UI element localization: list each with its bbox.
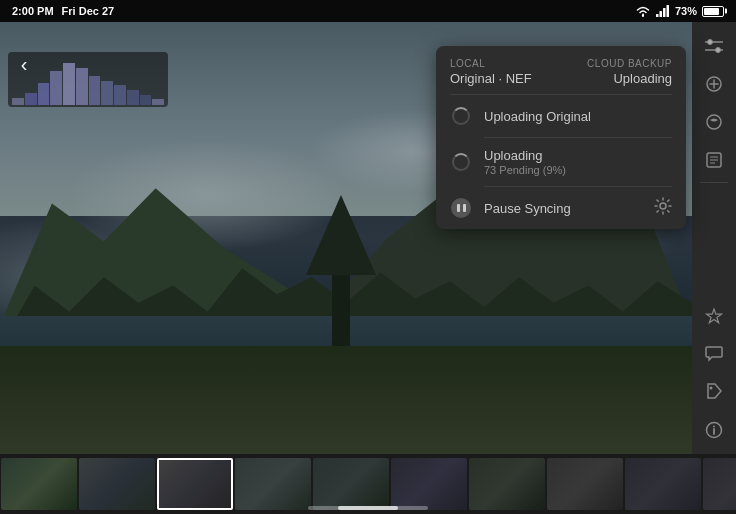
battery-icon [702,6,724,17]
filmstrip-thumb-1[interactable] [1,458,77,510]
hist-bar [152,99,164,105]
time-display: 2:00 PM [12,5,54,17]
hist-bar [127,90,139,105]
backup-status: Uploading [587,71,672,86]
hist-bar [101,81,113,106]
sliders-icon [705,39,723,53]
sidebar-comment-btn[interactable] [696,336,732,372]
uploading-item[interactable]: Uploading 73 Pending (9%) [436,138,686,186]
hist-bar [50,71,62,105]
upload-original-item[interactable]: Uploading Original [436,95,686,137]
hist-bar [63,63,75,105]
filmstrip-thumb-6[interactable] [391,458,467,510]
hist-bar [140,95,152,105]
spinner-icon-2 [450,151,472,173]
sidebar-healing-btn[interactable] [696,66,732,102]
hist-bar [76,68,88,105]
wifi-icon [635,5,651,17]
foreground [0,346,692,454]
svg-point-14 [716,48,721,53]
filmstrip-thumb-4[interactable] [235,458,311,510]
upload-original-title: Uploading Original [484,109,672,124]
sidebar-detail-btn[interactable] [696,142,732,178]
sidebar-divider [700,182,728,183]
pause-syncing-item[interactable]: Pause Syncing [436,187,686,229]
filmstrip-thumb-5[interactable] [313,458,389,510]
svg-point-26 [713,426,715,428]
filename-display: Original · NEF [450,71,532,86]
sidebar-info-btn[interactable] [696,412,732,448]
detail-icon [706,152,722,168]
comment-icon [705,346,723,362]
cloud-sync-panel: LOCAL Original · NEF CLOUD BACKUP Upload… [436,46,686,229]
backup-label: CLOUD BACKUP [587,58,672,69]
svg-rect-0 [656,14,659,17]
spinner-icon-1 [450,105,472,127]
right-sidebar [692,22,736,454]
back-button[interactable]: ‹ [10,50,38,78]
local-label: LOCAL [450,58,532,69]
filmstrip-thumb-8[interactable] [547,458,623,510]
hist-bar [89,76,101,105]
cloud-panel-header: LOCAL Original · NEF CLOUD BACKUP Upload… [436,46,686,94]
svg-rect-2 [663,8,666,17]
settings-gear-icon [654,197,672,215]
hist-bar [38,83,50,105]
cloud-backup-section: CLOUD BACKUP Uploading [587,58,672,86]
status-bar: 2:00 PM Fri Dec 27 73% [0,0,736,22]
scroll-indicator[interactable] [308,506,428,510]
sidebar-sliders-btn[interactable] [696,28,732,64]
tag-icon [706,383,722,401]
sidebar-filter-btn[interactable] [696,104,732,140]
pause-icon [450,197,472,219]
star-icon [705,307,723,325]
signal-icon [656,5,670,17]
pause-syncing-title: Pause Syncing [484,201,642,216]
svg-point-27 [660,203,666,209]
filmstrip [0,454,736,514]
gear-button[interactable] [654,197,672,219]
sidebar-tag-btn[interactable] [696,374,732,410]
filmstrip-thumb-3[interactable] [157,458,233,510]
hist-bar [114,85,126,105]
scroll-thumb [338,506,398,510]
uploading-subtitle: 73 Pending (9%) [484,164,672,176]
filmstrip-thumb-7[interactable] [469,458,545,510]
date-display: Fri Dec 27 [62,5,115,17]
hist-bar [25,93,37,105]
filter-icon [705,113,723,131]
status-right: 73% [635,5,724,17]
filmstrip-thumb-9[interactable] [625,458,701,510]
filmstrip-thumb-10[interactable] [703,458,736,510]
upload-original-content: Uploading Original [484,109,672,124]
status-left: 2:00 PM Fri Dec 27 [12,5,114,17]
healing-icon [705,75,723,93]
svg-point-12 [708,40,713,45]
pause-syncing-content: Pause Syncing [484,201,642,216]
svg-point-23 [710,387,713,390]
cloud-panel-local-section: LOCAL Original · NEF [450,58,532,86]
sidebar-star-btn[interactable] [696,298,732,334]
svg-point-18 [707,115,721,129]
svg-rect-1 [659,11,662,17]
svg-rect-3 [666,5,669,17]
uploading-title: Uploading [484,148,672,163]
hist-bar [12,98,24,105]
filmstrip-thumb-2[interactable] [79,458,155,510]
uploading-content: Uploading 73 Pending (9%) [484,148,672,176]
info-icon [705,421,723,439]
back-arrow-icon: ‹ [21,54,28,74]
battery-percent: 73% [675,5,697,17]
